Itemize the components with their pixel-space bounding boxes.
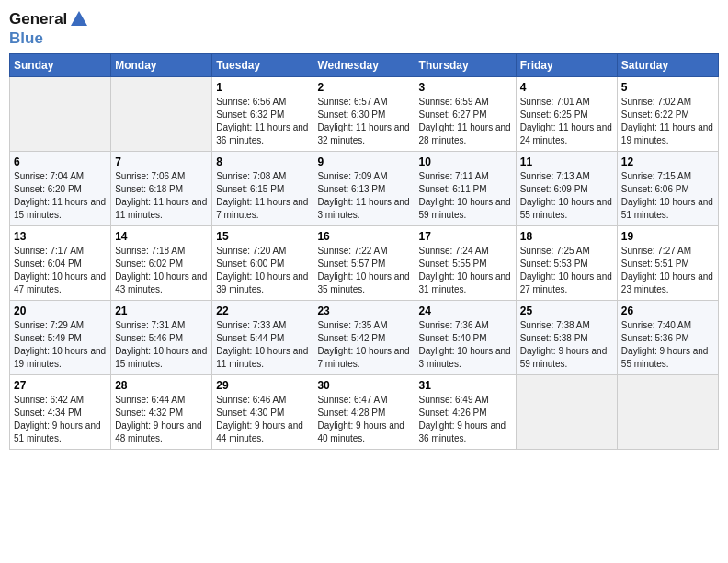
- day-number: 25: [520, 304, 613, 317]
- day-info: Sunrise: 7:31 AM Sunset: 5:46 PM Dayligh…: [115, 319, 208, 371]
- logo-blue-text: Blue: [9, 29, 43, 47]
- day-number: 20: [14, 304, 107, 317]
- day-cell: 23Sunrise: 7:35 AM Sunset: 5:42 PM Dayli…: [313, 301, 415, 375]
- day-info: Sunrise: 7:01 AM Sunset: 6:25 PM Dayligh…: [520, 96, 613, 147]
- day-info: Sunrise: 7:02 AM Sunset: 6:22 PM Dayligh…: [621, 96, 714, 147]
- day-info: Sunrise: 6:44 AM Sunset: 4:32 PM Dayligh…: [115, 394, 208, 445]
- svg-marker-0: [71, 11, 87, 26]
- logo: General Blue: [9, 9, 89, 48]
- day-cell: 21Sunrise: 7:31 AM Sunset: 5:46 PM Dayli…: [111, 301, 212, 375]
- day-info: Sunrise: 6:59 AM Sunset: 6:27 PM Dayligh…: [419, 96, 512, 147]
- day-cell: 5Sunrise: 7:02 AM Sunset: 6:22 PM Daylig…: [617, 77, 718, 152]
- day-header-sunday: Sunday: [10, 54, 111, 77]
- day-cell: 28Sunrise: 6:44 AM Sunset: 4:32 PM Dayli…: [111, 375, 212, 450]
- day-info: Sunrise: 7:17 AM Sunset: 6:04 PM Dayligh…: [14, 245, 107, 296]
- day-cell: 6Sunrise: 7:04 AM Sunset: 6:20 PM Daylig…: [10, 152, 111, 226]
- day-number: 18: [520, 230, 613, 243]
- day-number: 19: [621, 230, 714, 243]
- day-cell: 29Sunrise: 6:46 AM Sunset: 4:30 PM Dayli…: [212, 375, 313, 450]
- day-number: 4: [520, 81, 613, 94]
- day-info: Sunrise: 7:18 AM Sunset: 6:02 PM Dayligh…: [115, 245, 208, 296]
- day-info: Sunrise: 7:04 AM Sunset: 6:20 PM Dayligh…: [14, 170, 107, 222]
- day-info: Sunrise: 6:56 AM Sunset: 6:32 PM Dayligh…: [216, 96, 309, 147]
- day-cell: 26Sunrise: 7:40 AM Sunset: 5:36 PM Dayli…: [617, 301, 718, 375]
- day-cell: 17Sunrise: 7:24 AM Sunset: 5:55 PM Dayli…: [415, 226, 516, 301]
- day-number: 1: [216, 81, 309, 94]
- week-row-1: 1Sunrise: 6:56 AM Sunset: 6:32 PM Daylig…: [10, 77, 719, 152]
- day-cell: 30Sunrise: 6:47 AM Sunset: 4:28 PM Dayli…: [313, 375, 415, 450]
- day-cell: [111, 77, 212, 152]
- day-number: 12: [621, 155, 714, 168]
- day-info: Sunrise: 7:15 AM Sunset: 6:06 PM Dayligh…: [621, 170, 714, 222]
- day-header-thursday: Thursday: [415, 54, 516, 77]
- day-info: Sunrise: 7:13 AM Sunset: 6:09 PM Dayligh…: [520, 170, 613, 222]
- day-number: 5: [621, 81, 714, 94]
- week-row-3: 13Sunrise: 7:17 AM Sunset: 6:04 PM Dayli…: [10, 226, 719, 301]
- logo-icon: [69, 9, 89, 29]
- day-cell: 18Sunrise: 7:25 AM Sunset: 5:53 PM Dayli…: [516, 226, 617, 301]
- day-info: Sunrise: 7:22 AM Sunset: 5:57 PM Dayligh…: [317, 245, 410, 296]
- day-cell: 15Sunrise: 7:20 AM Sunset: 6:00 PM Dayli…: [212, 226, 313, 301]
- day-number: 21: [115, 304, 208, 317]
- day-info: Sunrise: 7:29 AM Sunset: 5:49 PM Dayligh…: [14, 319, 107, 371]
- day-cell: [617, 375, 718, 450]
- day-number: 30: [317, 379, 410, 392]
- day-info: Sunrise: 7:36 AM Sunset: 5:40 PM Dayligh…: [419, 319, 512, 371]
- day-cell: 3Sunrise: 6:59 AM Sunset: 6:27 PM Daylig…: [415, 77, 516, 152]
- day-cell: 4Sunrise: 7:01 AM Sunset: 6:25 PM Daylig…: [516, 77, 617, 152]
- day-cell: 16Sunrise: 7:22 AM Sunset: 5:57 PM Dayli…: [313, 226, 415, 301]
- day-cell: 19Sunrise: 7:27 AM Sunset: 5:51 PM Dayli…: [617, 226, 718, 301]
- day-cell: 13Sunrise: 7:17 AM Sunset: 6:04 PM Dayli…: [10, 226, 111, 301]
- day-cell: 9Sunrise: 7:09 AM Sunset: 6:13 PM Daylig…: [313, 152, 415, 226]
- week-row-2: 6Sunrise: 7:04 AM Sunset: 6:20 PM Daylig…: [10, 152, 719, 226]
- day-cell: 24Sunrise: 7:36 AM Sunset: 5:40 PM Dayli…: [415, 301, 516, 375]
- day-cell: 20Sunrise: 7:29 AM Sunset: 5:49 PM Dayli…: [10, 301, 111, 375]
- day-info: Sunrise: 6:57 AM Sunset: 6:30 PM Dayligh…: [317, 96, 410, 147]
- day-cell: 1Sunrise: 6:56 AM Sunset: 6:32 PM Daylig…: [212, 77, 313, 152]
- day-info: Sunrise: 7:33 AM Sunset: 5:44 PM Dayligh…: [216, 319, 309, 371]
- day-info: Sunrise: 7:11 AM Sunset: 6:11 PM Dayligh…: [419, 170, 512, 222]
- day-info: Sunrise: 7:40 AM Sunset: 5:36 PM Dayligh…: [621, 319, 714, 371]
- day-number: 28: [115, 379, 208, 392]
- day-cell: [10, 77, 111, 152]
- day-header-monday: Monday: [111, 54, 212, 77]
- day-info: Sunrise: 6:49 AM Sunset: 4:26 PM Dayligh…: [419, 394, 512, 445]
- day-info: Sunrise: 6:46 AM Sunset: 4:30 PM Dayligh…: [216, 394, 309, 445]
- day-number: 3: [419, 81, 512, 94]
- day-number: 17: [419, 230, 512, 243]
- day-cell: 31Sunrise: 6:49 AM Sunset: 4:26 PM Dayli…: [415, 375, 516, 450]
- week-row-5: 27Sunrise: 6:42 AM Sunset: 4:34 PM Dayli…: [10, 375, 719, 450]
- day-info: Sunrise: 7:24 AM Sunset: 5:55 PM Dayligh…: [419, 245, 512, 296]
- day-header-wednesday: Wednesday: [313, 54, 415, 77]
- day-number: 29: [216, 379, 309, 392]
- day-number: 11: [520, 155, 613, 168]
- day-cell: 25Sunrise: 7:38 AM Sunset: 5:38 PM Dayli…: [516, 301, 617, 375]
- day-cell: 12Sunrise: 7:15 AM Sunset: 6:06 PM Dayli…: [617, 152, 718, 226]
- day-number: 16: [317, 230, 410, 243]
- calendar-table: SundayMondayTuesdayWednesdayThursdayFrid…: [9, 53, 719, 450]
- page-header: General Blue: [9, 9, 719, 48]
- day-cell: 11Sunrise: 7:13 AM Sunset: 6:09 PM Dayli…: [516, 152, 617, 226]
- day-number: 24: [419, 304, 512, 317]
- day-number: 10: [419, 155, 512, 168]
- day-number: 8: [216, 155, 309, 168]
- logo-general-text: General: [9, 10, 67, 29]
- day-number: 2: [317, 81, 410, 94]
- day-number: 27: [14, 379, 107, 392]
- day-info: Sunrise: 7:38 AM Sunset: 5:38 PM Dayligh…: [520, 319, 613, 371]
- day-cell: 2Sunrise: 6:57 AM Sunset: 6:30 PM Daylig…: [313, 77, 415, 152]
- day-info: Sunrise: 6:42 AM Sunset: 4:34 PM Dayligh…: [14, 394, 107, 445]
- day-number: 15: [216, 230, 309, 243]
- day-info: Sunrise: 7:06 AM Sunset: 6:18 PM Dayligh…: [115, 170, 208, 222]
- day-cell: 27Sunrise: 6:42 AM Sunset: 4:34 PM Dayli…: [10, 375, 111, 450]
- header-row: SundayMondayTuesdayWednesdayThursdayFrid…: [10, 54, 719, 77]
- day-number: 26: [621, 304, 714, 317]
- day-number: 31: [419, 379, 512, 392]
- day-number: 14: [115, 230, 208, 243]
- day-cell: 22Sunrise: 7:33 AM Sunset: 5:44 PM Dayli…: [212, 301, 313, 375]
- day-number: 13: [14, 230, 107, 243]
- day-cell: 7Sunrise: 7:06 AM Sunset: 6:18 PM Daylig…: [111, 152, 212, 226]
- day-header-friday: Friday: [516, 54, 617, 77]
- day-number: 9: [317, 155, 410, 168]
- day-cell: [516, 375, 617, 450]
